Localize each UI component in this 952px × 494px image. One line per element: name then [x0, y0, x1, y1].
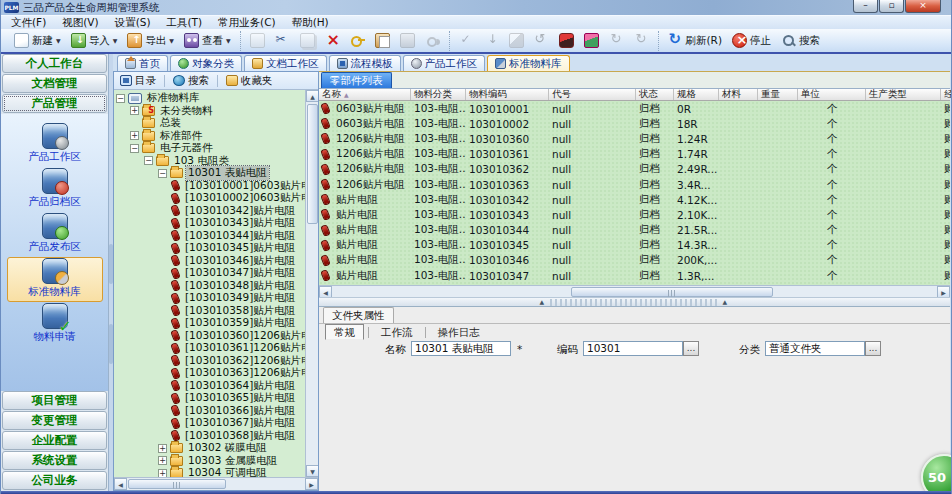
tree-node[interactable]: [103010367]贴片电阻 — [114, 417, 305, 430]
horizontal-splitter[interactable]: ▲ ▲ — [319, 297, 950, 307]
table-horizontal-scrollbar[interactable]: ◀ ▶ — [319, 285, 950, 297]
tree-node[interactable]: +10303 金属膜电阻 — [114, 455, 305, 468]
table-row[interactable]: 贴片电阻103-电阻...103010345null归档14.3R...个购 — [319, 238, 950, 253]
minimize-button[interactable]: – — [853, 0, 878, 13]
table-row[interactable]: 贴片电阻103-电阻...103010346null归档200K,...个购 — [319, 253, 950, 268]
column-header-10[interactable]: 经 — [941, 89, 952, 100]
sidebar-section-company-business[interactable]: 公司业务 — [2, 471, 107, 490]
permission-key-button[interactable] — [346, 32, 369, 49]
close-button[interactable]: × — [905, 0, 941, 13]
delete-button[interactable] — [321, 32, 344, 49]
tab-flow-template[interactable]: 流程模板 — [329, 55, 401, 71]
code-browse-button[interactable]: ... — [683, 341, 699, 356]
tree-node[interactable]: [103010344]贴片电阻 — [114, 230, 305, 243]
cut-button[interactable] — [271, 32, 294, 49]
menu-item-3[interactable]: 工具(T) — [166, 16, 202, 30]
tree-node[interactable]: 总装 — [114, 117, 305, 130]
scroll-thumb[interactable] — [571, 287, 773, 297]
column-header-7[interactable]: 重量 — [758, 89, 798, 100]
tab-product-workspace[interactable]: 产品工作区 — [403, 55, 486, 71]
scroll-thumb[interactable] — [307, 104, 318, 224]
table-row[interactable]: 贴片电阻103-电阻...103010343null归档2.10K...个购 — [319, 207, 950, 222]
tree-node[interactable]: [103010361]1206贴片电阻 — [114, 342, 305, 355]
eraser-button[interactable] — [555, 32, 578, 49]
sidebar-section-document-mgmt[interactable]: 文档管理 — [2, 74, 107, 93]
tree-node[interactable]: +10304 可调电阻 — [114, 467, 305, 477]
tree-node[interactable]: −标准物料库 — [114, 92, 305, 105]
scroll-thumb[interactable] — [128, 479, 226, 489]
column-header-2[interactable]: 物料编码 — [466, 89, 549, 100]
tree-expander-icon[interactable]: − — [130, 144, 139, 153]
scroll-down-arrow[interactable]: ▼ — [306, 465, 318, 477]
sidebar-section-change-mgmt[interactable]: 变更管理 — [2, 411, 107, 430]
name-field[interactable]: 10301 表贴电阻 — [411, 341, 511, 356]
tree-expander-icon[interactable]: + — [158, 456, 167, 465]
tree-node[interactable]: [103010342]贴片电阻 — [114, 205, 305, 218]
column-header-5[interactable]: 规格 — [674, 89, 719, 100]
sidebar-section-product-mgmt[interactable]: 产品管理 — [2, 94, 107, 113]
search-button[interactable]: 搜索 — [777, 32, 824, 49]
table-row[interactable]: 1206贴片电阻103-电阻...103010362null归档2.49R...… — [319, 162, 950, 177]
view-button[interactable]: 查看▼ — [180, 32, 235, 49]
tree-node[interactable]: [103010348]贴片电阻 — [114, 280, 305, 293]
sidebar-section-personal-workbench[interactable]: 个人工作台 — [2, 54, 107, 73]
menu-item-1[interactable]: 视图(V) — [62, 16, 98, 30]
sidebar-section-project-mgmt[interactable]: 项目管理 — [2, 391, 107, 410]
tree-expander-icon[interactable]: − — [144, 156, 153, 165]
tree-node[interactable]: [103010358]贴片电阻 — [114, 305, 305, 318]
tree-node[interactable]: [103010345]贴片电阻 — [114, 242, 305, 255]
column-header-6[interactable]: 材料 — [719, 89, 758, 100]
import-button[interactable]: 导入▼ — [67, 32, 122, 49]
tree-node[interactable]: +S未分类物料 — [114, 105, 305, 118]
tree-node[interactable]: +10302 碳膜电阻 — [114, 442, 305, 455]
directory-button[interactable]: 目录 — [114, 73, 162, 89]
tree-node[interactable]: −电子元器件 — [114, 142, 305, 155]
sidebar-item-product-archive[interactable]: 产品归档区 — [7, 167, 103, 212]
sidebar-section-system-settings[interactable]: 系统设置 — [2, 451, 107, 470]
tree-node[interactable]: +标准部件 — [114, 130, 305, 143]
menu-item-0[interactable]: 文件(F) — [11, 16, 46, 30]
column-header-3[interactable]: 代号 — [549, 89, 636, 100]
tree-node[interactable]: [103010346]贴片电阻 — [114, 255, 305, 268]
menu-item-5[interactable]: 帮助(H) — [292, 16, 329, 30]
tree-node[interactable]: [103010002]0603贴片电阻 — [114, 192, 305, 205]
favorites-button[interactable]: 收藏夹 — [220, 73, 279, 89]
sidebar-item-product-workspace[interactable]: 产品工作区 — [7, 122, 103, 167]
table-row[interactable]: 0603贴片电阻103-电阻...103010002null归档18R个购 — [319, 116, 950, 131]
table-row[interactable]: 1206贴片电阻103-电阻...103010361null归档1.74R个购 — [319, 147, 950, 162]
splitter-handle[interactable] — [550, 299, 720, 306]
tree-expander-icon[interactable]: + — [158, 469, 167, 477]
tree-vertical-scrollbar[interactable]: ▲ ▼ — [305, 90, 318, 477]
tree-node[interactable]: [103010359]贴片电阻 — [114, 317, 305, 330]
tree-node[interactable]: [103010001]0603贴片电阻 — [114, 180, 305, 193]
stop-button[interactable]: 停止 — [728, 32, 775, 49]
tree-search-button[interactable]: 搜索 — [167, 73, 215, 89]
tree-horizontal-scrollbar[interactable]: ◀ ▶ — [114, 477, 318, 490]
column-header-0[interactable]: 名称▲ — [319, 89, 411, 100]
tab-home[interactable]: 首页 — [117, 55, 168, 71]
scroll-left-arrow[interactable]: ◀ — [114, 478, 127, 490]
category-field[interactable]: 普通文件夹 — [765, 341, 865, 356]
restore-button[interactable]: ▫ — [879, 0, 904, 13]
tree-node[interactable]: [103010365]贴片电阻 — [114, 392, 305, 405]
tree-node[interactable]: [103010347]贴片电阻 — [114, 267, 305, 280]
table-row[interactable]: 贴片电阻103-电阻...103010347null归档1.3R,...个购 — [319, 268, 950, 283]
column-header-8[interactable]: 单位 — [798, 89, 866, 100]
subtab-general[interactable]: 常规 — [325, 324, 364, 340]
tree-node[interactable]: −10301 表贴电阻 — [114, 167, 305, 180]
tree-node[interactable]: [103010349]贴片电阻 — [114, 292, 305, 305]
tree-node[interactable]: [103010364]贴片电阻 — [114, 380, 305, 393]
tree-expander-icon[interactable]: − — [116, 94, 125, 103]
tree-node[interactable]: [103010366]贴片电阻 — [114, 405, 305, 418]
code-field[interactable]: 10301 — [583, 341, 683, 356]
table-row[interactable]: 1206贴片电阻103-电阻...103010360null归档1.24R个购 — [319, 131, 950, 146]
tab-object-category[interactable]: 对象分类 — [170, 55, 242, 71]
table-row[interactable]: 1206贴片电阻103-电阻...103010363null归档3.4R...个… — [319, 177, 950, 192]
table-row[interactable]: 贴片电阻103-电阻...103010344null归档21.5R...个购 — [319, 223, 950, 238]
tree-expander-icon[interactable]: + — [130, 106, 139, 115]
column-header-9[interactable]: 生产类型 — [866, 89, 941, 100]
tree-expander-icon[interactable]: − — [158, 169, 167, 178]
brush-button[interactable] — [580, 32, 603, 49]
subtab-workflow[interactable]: 工作流 — [373, 325, 421, 339]
column-header-4[interactable]: 状态 — [636, 89, 674, 100]
